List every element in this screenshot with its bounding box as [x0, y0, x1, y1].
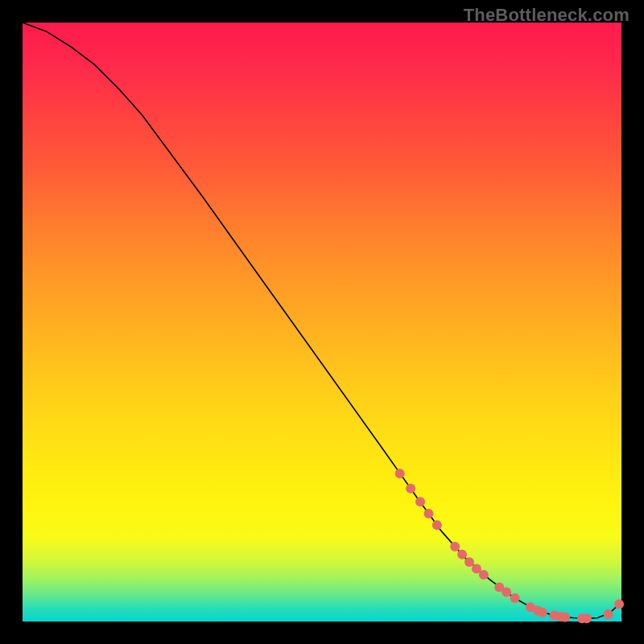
watermark-text: TheBottleneck.com [464, 5, 630, 26]
data-marker [464, 557, 474, 567]
data-marker [395, 469, 405, 478]
data-marker [457, 550, 467, 559]
data-marker [479, 570, 489, 580]
data-marker [510, 593, 520, 603]
data-marker [538, 608, 547, 617]
data-marker [406, 484, 415, 493]
data-marker [604, 609, 613, 619]
data-marker [432, 520, 442, 530]
data-marker [560, 613, 570, 622]
data-marker [614, 599, 624, 609]
data-marker [502, 588, 511, 597]
data-marker [582, 613, 592, 623]
chart-overlay [23, 23, 621, 621]
data-marker [423, 509, 433, 518]
marker-layer [395, 469, 624, 623]
data-marker [415, 497, 425, 506]
curve-line [23, 23, 621, 618]
data-marker [450, 542, 460, 551]
